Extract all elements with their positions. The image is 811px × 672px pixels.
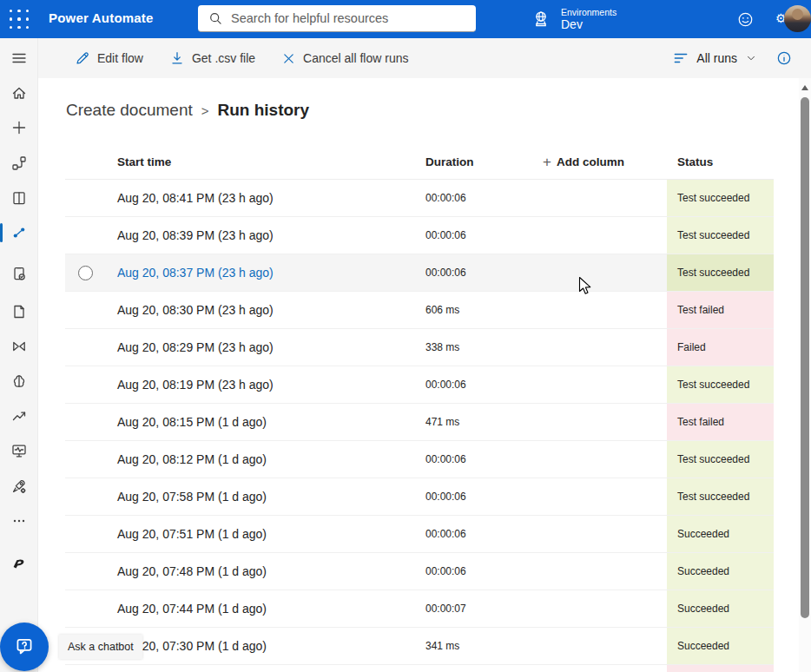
run-activity-icon[interactable] [9,222,30,243]
environments-label: Environments [561,7,616,17]
duration-cell: 338 ms [425,341,543,353]
home-icon[interactable] [9,82,30,103]
status-cell: Test succeeded [667,441,774,478]
start-time-cell[interactable]: Aug 20, 08:29 PM (23 h ago) [117,340,425,354]
start-time-cell[interactable]: Aug 20, 08:37 PM (23 h ago) [117,266,425,280]
status-cell: Test succeeded [667,217,774,254]
flow-toolbar: Edit flow Get .csv file Cancel all flow … [38,38,811,78]
status-cell: Test succeeded [667,254,774,291]
get-csv-label: Get .csv file [192,51,255,65]
duration-cell: 00:00:06 [425,267,543,279]
header-search[interactable] [198,5,476,32]
start-time-cell[interactable]: Aug 20, 07:58 PM (1 d ago) [117,490,425,504]
start-time-cell[interactable]: Aug 20, 08:41 PM (23 h ago) [117,191,425,205]
radio-cell [65,303,117,318]
chatbot-tooltip: Ask a chatbot [59,635,142,659]
waffle-menu-icon[interactable] [7,7,31,31]
add-column-button[interactable]: + Add column [543,155,667,169]
edit-flow-button[interactable]: Edit flow [75,50,143,66]
cancel-all-runs-button[interactable]: Cancel all flow runs [281,51,408,66]
radio-cell [65,490,117,504]
start-time-cell[interactable]: Aug 20, 07:30 PM (1 d ago) [117,639,425,653]
info-icon[interactable] [776,50,792,66]
insights-chart-icon[interactable] [9,405,30,426]
table-row[interactable]: Aug 20, 07:51 PM (1 d ago) 00:00:06 Succ… [65,516,774,553]
table-row[interactable]: Aug 20, 07:44 PM (1 d ago) 00:00:07 Succ… [65,590,774,628]
start-time-cell[interactable]: Aug 20, 08:12 PM (1 d ago) [117,452,425,466]
start-time-cell[interactable]: Aug 20, 07:48 PM (1 d ago) [117,564,425,578]
breadcrumb-flow-name[interactable]: Create document [66,101,193,120]
plus-icon: + [543,155,551,169]
radio-cell [65,415,117,430]
hamburger-menu-icon[interactable] [9,48,30,69]
start-time-cell[interactable]: Aug 20, 07:51 PM (1 d ago) [117,527,425,541]
cancel-x-icon [281,51,296,66]
vertical-scrollbar[interactable] [799,78,811,672]
start-time-cell[interactable]: Aug 20, 07:44 PM (1 d ago) [117,602,425,616]
feedback-smiley-icon[interactable] [734,0,756,38]
start-time-cell[interactable]: Aug 20, 08:39 PM (23 h ago) [117,228,425,242]
table-row[interactable]: Aug 20, 07:48 PM (1 d ago) 00:00:06 Succ… [65,553,774,590]
run-history-table: Start time Duration + Add column Status … [65,145,774,672]
more-items-icon[interactable] [9,511,30,531]
table-row[interactable]: Aug 20, 08:12 PM (1 d ago) 00:00:06 Test… [65,441,774,478]
environment-name: Dev [561,17,616,31]
page-title: Run history [218,101,310,120]
power-platform-icon[interactable] [9,554,30,575]
solutions-page-icon[interactable] [9,301,30,322]
process-mining-monitor-icon[interactable] [9,440,30,461]
selected-nav-indicator [0,223,3,242]
table-row[interactable] [65,665,774,672]
radio-cell [65,378,117,392]
status-cell: Succeeded [667,628,774,664]
duration-cell: 00:00:06 [425,192,543,204]
experimental-lab-icon[interactable] [9,476,30,497]
runs-filter-label: All runs [696,51,737,65]
duration-cell: 00:00:06 [425,453,543,465]
table-row[interactable]: Aug 20, 08:41 PM (23 h ago) 00:00:06 Tes… [65,180,774,217]
duration-cell: 00:00:06 [425,565,543,577]
radio-cell [65,340,117,355]
table-row[interactable]: Aug 20, 08:15 PM (1 d ago) 471 ms Test f… [65,404,774,441]
row-radio-button[interactable] [78,266,93,280]
duration-cell: 00:00:06 [425,229,543,241]
start-time-cell[interactable]: Aug 20, 08:15 PM (1 d ago) [117,415,425,429]
ai-hub-brain-icon[interactable] [9,371,30,392]
start-time-cell[interactable]: Aug 20, 08:30 PM (23 h ago) [117,303,425,317]
status-cell: Test succeeded [667,366,774,403]
scrollbar-thumb[interactable] [801,97,809,618]
radio-cell [65,452,117,467]
table-row[interactable]: Aug 20, 08:30 PM (23 h ago) 606 ms Test … [65,292,774,329]
scroll-up-arrow[interactable] [801,85,808,90]
table-row[interactable]: Aug 20, 08:29 PM (23 h ago) 338 ms Faile… [65,329,774,366]
status-cell: Succeeded [667,553,774,590]
runs-filter-dropdown[interactable]: All runs [673,51,757,65]
duration-cell: 00:00:06 [425,491,543,503]
download-icon [169,50,185,66]
table-row[interactable]: Aug 20, 07:58 PM (1 d ago) 00:00:06 Test… [65,478,774,516]
radio-cell [65,266,117,280]
chevron-down-icon [745,52,757,64]
my-flows-icon[interactable] [9,153,30,174]
get-csv-button[interactable]: Get .csv file [169,50,255,66]
duration-cell: 471 ms [425,416,543,428]
table-row[interactable]: Aug 20, 08:37 PM (23 h ago) 00:00:06 Tes… [65,254,774,292]
duration-cell: 341 ms [425,640,543,652]
chatbot-icon [13,636,36,658]
search-input[interactable] [231,11,457,25]
table-row[interactable]: Aug 20, 08:39 PM (23 h ago) 00:00:06 Tes… [65,217,774,254]
table-row[interactable]: Aug 20, 08:19 PM (23 h ago) 00:00:06 Tes… [65,366,774,404]
status-cell: Succeeded [667,590,774,627]
left-navigation [0,38,38,672]
desktop-flows-icon[interactable] [9,336,30,357]
account-avatar[interactable] [784,5,811,32]
learn-book-icon[interactable] [9,188,30,208]
chatbot-button[interactable] [0,623,49,671]
environment-picker[interactable]: Environments Dev [531,0,616,38]
approvals-icon[interactable] [9,263,30,284]
create-plus-icon[interactable] [9,117,30,138]
breadcrumb: Create document > Run history [66,101,309,120]
status-cell: Succeeded [667,516,774,552]
start-time-cell[interactable]: Aug 20, 08:19 PM (23 h ago) [117,378,425,392]
table-row[interactable]: Aug 20, 07:30 PM (1 d ago) 341 ms Succee… [65,628,774,665]
